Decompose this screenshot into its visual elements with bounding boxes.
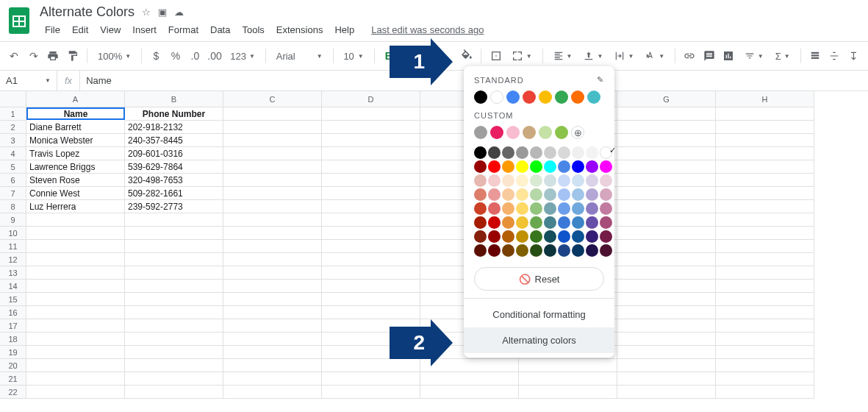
color-swatch[interactable] bbox=[586, 216, 598, 229]
cell[interactable] bbox=[519, 359, 617, 372]
color-swatch[interactable] bbox=[474, 174, 487, 187]
color-swatch[interactable] bbox=[544, 230, 556, 243]
cell[interactable]: Travis Lopez bbox=[26, 147, 125, 160]
cell[interactable] bbox=[617, 174, 716, 187]
functions-button[interactable]: Σ▼ bbox=[771, 46, 795, 66]
color-swatch[interactable] bbox=[502, 146, 514, 159]
cell[interactable] bbox=[223, 266, 322, 280]
color-swatch[interactable] bbox=[516, 244, 528, 257]
cell[interactable] bbox=[223, 121, 322, 134]
color-swatch[interactable] bbox=[516, 174, 528, 187]
cell[interactable] bbox=[223, 134, 322, 147]
cell[interactable] bbox=[322, 253, 420, 266]
row-header[interactable]: 17 bbox=[0, 319, 26, 333]
color-swatch[interactable] bbox=[530, 244, 542, 257]
filter-button[interactable]: ▼ bbox=[740, 46, 768, 66]
undo-button[interactable]: ↶ bbox=[6, 46, 23, 66]
cell[interactable] bbox=[716, 160, 814, 174]
cell[interactable] bbox=[322, 293, 420, 306]
row-header[interactable]: 8 bbox=[0, 200, 26, 213]
row-header[interactable]: 6 bbox=[0, 174, 26, 187]
cell[interactable] bbox=[716, 386, 814, 399]
color-swatch[interactable] bbox=[572, 160, 584, 173]
color-swatch[interactable] bbox=[558, 230, 570, 243]
row-header[interactable]: 9 bbox=[0, 213, 26, 227]
color-swatch[interactable] bbox=[586, 160, 598, 173]
row-header[interactable]: 1 bbox=[0, 107, 26, 121]
cell[interactable] bbox=[125, 240, 223, 253]
color-swatch[interactable] bbox=[488, 216, 501, 229]
cell[interactable] bbox=[322, 280, 420, 293]
color-swatch[interactable] bbox=[490, 90, 503, 104]
cell[interactable] bbox=[223, 346, 322, 359]
cell[interactable] bbox=[420, 372, 519, 386]
cell[interactable] bbox=[617, 227, 716, 240]
cell[interactable] bbox=[420, 386, 519, 399]
cell[interactable] bbox=[223, 240, 322, 253]
cell[interactable] bbox=[716, 333, 814, 346]
color-swatch[interactable] bbox=[488, 188, 501, 201]
color-swatch[interactable] bbox=[586, 174, 598, 187]
cell[interactable] bbox=[322, 227, 420, 240]
column-header-B[interactable]: B bbox=[125, 91, 223, 107]
cell[interactable] bbox=[26, 346, 125, 359]
color-swatch[interactable] bbox=[600, 216, 612, 229]
color-swatch[interactable] bbox=[600, 202, 612, 215]
cell[interactable] bbox=[617, 359, 716, 372]
cell[interactable]: Diane Barrett bbox=[26, 121, 125, 134]
cell[interactable] bbox=[322, 266, 420, 280]
menu-insert[interactable]: Insert bbox=[127, 23, 162, 37]
cell[interactable] bbox=[125, 266, 223, 280]
color-swatch[interactable] bbox=[474, 146, 487, 159]
color-swatch[interactable] bbox=[558, 202, 570, 215]
cell[interactable] bbox=[26, 227, 125, 240]
column-header-G[interactable]: G bbox=[617, 91, 716, 107]
row-header[interactable]: 16 bbox=[0, 306, 26, 319]
cell[interactable] bbox=[322, 160, 420, 174]
color-swatch[interactable] bbox=[474, 202, 487, 215]
vertical-align-button[interactable]: ▼ bbox=[579, 46, 607, 66]
cell[interactable]: 509-282-1661 bbox=[125, 187, 223, 200]
color-swatch[interactable] bbox=[586, 244, 598, 257]
color-swatch[interactable] bbox=[516, 160, 528, 173]
row-header[interactable]: 7 bbox=[0, 187, 26, 200]
cell[interactable] bbox=[617, 121, 716, 134]
cell[interactable] bbox=[223, 107, 322, 121]
row-header[interactable]: 4 bbox=[0, 147, 26, 160]
document-title[interactable]: Alternate Colors bbox=[40, 4, 134, 20]
row-header[interactable]: 10 bbox=[0, 227, 26, 240]
cell[interactable] bbox=[322, 174, 420, 187]
cell[interactable] bbox=[223, 280, 322, 293]
cell[interactable] bbox=[322, 134, 420, 147]
color-swatch[interactable] bbox=[530, 230, 542, 243]
color-swatch[interactable] bbox=[516, 146, 528, 159]
color-swatch[interactable] bbox=[488, 174, 501, 187]
color-swatch[interactable] bbox=[474, 126, 487, 139]
cell[interactable] bbox=[617, 293, 716, 306]
cell[interactable] bbox=[322, 386, 420, 399]
color-swatch[interactable] bbox=[544, 244, 556, 257]
cell[interactable] bbox=[322, 240, 420, 253]
row-header[interactable]: 14 bbox=[0, 280, 26, 293]
move-icon[interactable]: ▣ bbox=[158, 7, 167, 18]
cell[interactable] bbox=[617, 107, 716, 121]
color-swatch[interactable] bbox=[488, 202, 501, 215]
color-swatch[interactable] bbox=[516, 216, 528, 229]
font-size-select[interactable]: 10▼ bbox=[339, 46, 367, 66]
alternating-colors-link[interactable]: Alternating colors bbox=[464, 327, 614, 353]
cell[interactable] bbox=[617, 386, 716, 399]
font-select[interactable]: Arial▼ bbox=[272, 46, 327, 66]
cell[interactable] bbox=[617, 187, 716, 200]
menu-format[interactable]: Format bbox=[163, 23, 204, 37]
cell[interactable] bbox=[716, 187, 814, 200]
cell[interactable] bbox=[716, 107, 814, 121]
cell[interactable] bbox=[519, 372, 617, 386]
menu-extensions[interactable]: Extensions bbox=[271, 23, 329, 37]
cell[interactable] bbox=[26, 266, 125, 280]
insert-comment-button[interactable] bbox=[701, 46, 718, 66]
cell[interactable] bbox=[26, 372, 125, 386]
cell[interactable] bbox=[716, 227, 814, 240]
cell[interactable] bbox=[223, 253, 322, 266]
color-swatch[interactable] bbox=[555, 126, 568, 139]
cell[interactable] bbox=[322, 213, 420, 227]
